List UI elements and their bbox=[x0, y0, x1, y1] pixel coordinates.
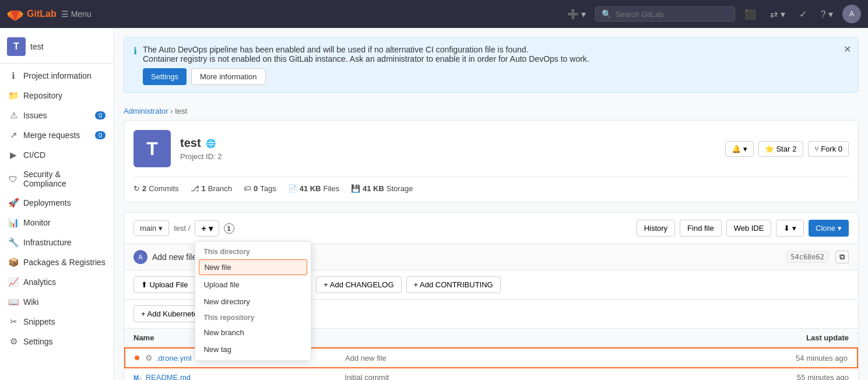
sidebar-item-cicd[interactable]: ▶ CI/CD bbox=[0, 145, 114, 165]
project-big-avatar: T bbox=[133, 130, 171, 167]
sidebar-project-name: test bbox=[30, 42, 44, 51]
sidebar-item-deployments[interactable]: 🚀 Deployments bbox=[0, 193, 114, 213]
wiki-icon: 📖 bbox=[8, 297, 19, 307]
find-file-button[interactable]: Find file bbox=[680, 220, 722, 237]
sidebar-project-header[interactable]: T test bbox=[0, 33, 114, 64]
stat-storage[interactable]: 💾 41 KB Storage bbox=[351, 184, 413, 193]
public-icon: 🌐 bbox=[206, 139, 216, 148]
commit-hash[interactable]: 54c68e62 bbox=[786, 251, 828, 263]
download-button[interactable]: ⬇ ▾ bbox=[776, 220, 804, 237]
sidebar-item-analytics[interactable]: 📈 Analytics bbox=[0, 272, 114, 292]
top-nav: GitLab ☰ Menu ➕ ▾ 🔍 ⬛ ⇄ ▾ ✓ ? ▾ A bbox=[0, 0, 868, 28]
new-tag-item[interactable]: New tag bbox=[195, 341, 311, 358]
branch-select[interactable]: main ▾ bbox=[133, 220, 169, 236]
clone-chevron-icon: ▾ bbox=[838, 224, 842, 233]
plus-dropdown-wrapper: + ▾ This directory New file Upload file … bbox=[195, 220, 219, 237]
col-commit-header bbox=[345, 333, 767, 342]
new-item-button[interactable]: ➕ ▾ bbox=[563, 6, 591, 22]
settings-button[interactable]: Settings bbox=[143, 68, 187, 85]
plus-dropdown-button[interactable]: + ▾ bbox=[195, 220, 219, 237]
gitlab-logo[interactable]: GitLab bbox=[7, 6, 57, 22]
sidebar-item-infrastructure[interactable]: 🔧 Infrastructure bbox=[0, 233, 114, 252]
files-icon: 📄 bbox=[288, 184, 297, 193]
sidebar-item-settings[interactable]: ⚙ Settings bbox=[0, 332, 114, 351]
plus-chevron-icon: ▾ bbox=[209, 224, 213, 233]
repository-icon: 📁 bbox=[8, 90, 19, 101]
commit-message: Add new file bbox=[152, 252, 196, 262]
sidebar-item-wiki[interactable]: 📖 Wiki bbox=[0, 292, 114, 312]
sidebar-item-project-info[interactable]: ℹ Project information bbox=[0, 66, 114, 86]
sidebar-project-avatar: T bbox=[7, 37, 26, 56]
new-branch-item[interactable]: New branch bbox=[195, 324, 311, 341]
stat-commits[interactable]: ↻ 2 Commits bbox=[133, 184, 179, 193]
deployments-icon: 🚀 bbox=[8, 198, 19, 208]
issues-icon: ⚠ bbox=[8, 110, 19, 121]
notifications-button[interactable]: 🔔 ▾ bbox=[725, 141, 754, 157]
branch-name: main bbox=[140, 224, 156, 233]
fork-button[interactable]: ⑂ Fork 0 bbox=[808, 141, 849, 157]
stat-files[interactable]: 📄 41 KB Files bbox=[288, 184, 339, 193]
history-button[interactable]: History bbox=[637, 220, 675, 237]
stat-branches[interactable]: ⎇ 1 Branch bbox=[191, 184, 232, 193]
analytics-icon: 📈 bbox=[8, 277, 19, 287]
issues-badge: 0 bbox=[95, 111, 106, 119]
branch-chevron-icon: ▾ bbox=[159, 224, 163, 233]
new-directory-item[interactable]: New directory bbox=[195, 293, 311, 310]
sidebar-item-security[interactable]: 🛡 Security & Compliance bbox=[0, 165, 114, 193]
stats-row: ↻ 2 Commits ⎇ 1 Branch 🏷 0 Tags 📄 41 KB bbox=[133, 177, 849, 193]
file-commit-drone: Add new file bbox=[345, 354, 766, 363]
breadcrumb-parent[interactable]: Administrator bbox=[124, 107, 168, 115]
clone-button[interactable]: Clone ▾ bbox=[809, 220, 849, 237]
sidebar-item-merge-requests[interactable]: ↗ Merge requests 0 bbox=[0, 125, 114, 145]
annotation-1: 1 bbox=[224, 223, 234, 234]
search-input[interactable] bbox=[615, 10, 729, 19]
this-repository-label: This repository bbox=[195, 310, 311, 324]
this-directory-label: This directory bbox=[195, 244, 311, 258]
nav-issues-button[interactable]: ⬛ bbox=[740, 6, 761, 22]
sidebar-item-monitor[interactable]: 📊 Monitor bbox=[0, 213, 114, 233]
repo-path: test / bbox=[174, 224, 190, 233]
project-actions: 🔔 ▾ ⭐ Star 2 ⑂ Fork 0 bbox=[725, 141, 849, 157]
info-icon: ℹ bbox=[8, 71, 19, 81]
sidebar-item-packages[interactable]: 📦 Packages & Registries bbox=[0, 252, 114, 272]
sidebar-item-repository[interactable]: 📁 Repository bbox=[0, 86, 114, 105]
nav-todo-button[interactable]: ✓ bbox=[795, 6, 811, 22]
breadcrumb: Administrator › test bbox=[114, 102, 868, 120]
plus-dropdown-menu: This directory New file Upload file New … bbox=[195, 241, 311, 361]
repo-toolbar: main ▾ test / + ▾ This directory New fil… bbox=[124, 212, 859, 244]
cicd-icon: ▶ bbox=[8, 150, 19, 160]
alert-close-button[interactable]: ✕ bbox=[844, 44, 851, 55]
infrastructure-icon: 🔧 bbox=[8, 237, 19, 248]
stat-tags[interactable]: 🏷 0 Tags bbox=[244, 184, 276, 193]
changelog-button[interactable]: + Add CHANGELOG bbox=[316, 276, 401, 293]
star-button[interactable]: ⭐ Star 2 bbox=[758, 141, 803, 157]
sidebar-item-snippets[interactable]: ✂ Snippets bbox=[0, 312, 114, 332]
nav-merge-button[interactable]: ⇄ ▾ bbox=[765, 6, 789, 22]
upload-file-button[interactable]: ⬆ Upload File bbox=[133, 276, 195, 293]
toolbar-right: History Find file Web IDE ⬇ ▾ Clone ▾ bbox=[637, 220, 849, 237]
new-file-item[interactable]: New file bbox=[199, 259, 307, 275]
merge-badge: 0 bbox=[95, 131, 106, 139]
menu-button[interactable]: ☰ Menu bbox=[61, 9, 92, 19]
contributing-button[interactable]: + Add CONTRIBUTING bbox=[406, 276, 501, 293]
sidebar-item-issues[interactable]: ⚠ Issues 0 bbox=[0, 105, 114, 125]
file-link-readme[interactable]: README.md bbox=[146, 373, 191, 380]
file-update-drone: 54 minutes ago bbox=[766, 354, 848, 363]
project-info-block: test 🌐 Project ID: 2 bbox=[180, 136, 222, 161]
nav-help-button[interactable]: ? ▾ bbox=[816, 6, 838, 22]
merge-icon: ↗ bbox=[8, 130, 19, 140]
breadcrumb-current: test bbox=[175, 107, 187, 115]
more-info-button[interactable]: More information bbox=[191, 68, 266, 85]
project-id: Project ID: 2 bbox=[180, 152, 222, 161]
file-row-readme: M↓ README.md Initial commit 55 minutes a… bbox=[124, 368, 858, 380]
project-header: T test 🌐 Project ID: 2 🔔 ▾ ⭐ Star 2 ⑂ Fo… bbox=[124, 120, 859, 203]
branch-icon: ⎇ bbox=[191, 184, 199, 193]
alert-line2: Container registry is not enabled on thi… bbox=[143, 54, 589, 64]
avatar-button[interactable]: A bbox=[842, 5, 861, 23]
col-update-header: Last update bbox=[767, 333, 849, 342]
web-ide-button[interactable]: Web IDE bbox=[726, 220, 772, 237]
copy-hash-button[interactable]: ⧉ bbox=[835, 251, 849, 263]
author-avatar: A bbox=[133, 250, 147, 264]
file-link-drone[interactable]: .drone.yml bbox=[156, 354, 192, 363]
upload-file-item[interactable]: Upload file bbox=[195, 276, 311, 293]
